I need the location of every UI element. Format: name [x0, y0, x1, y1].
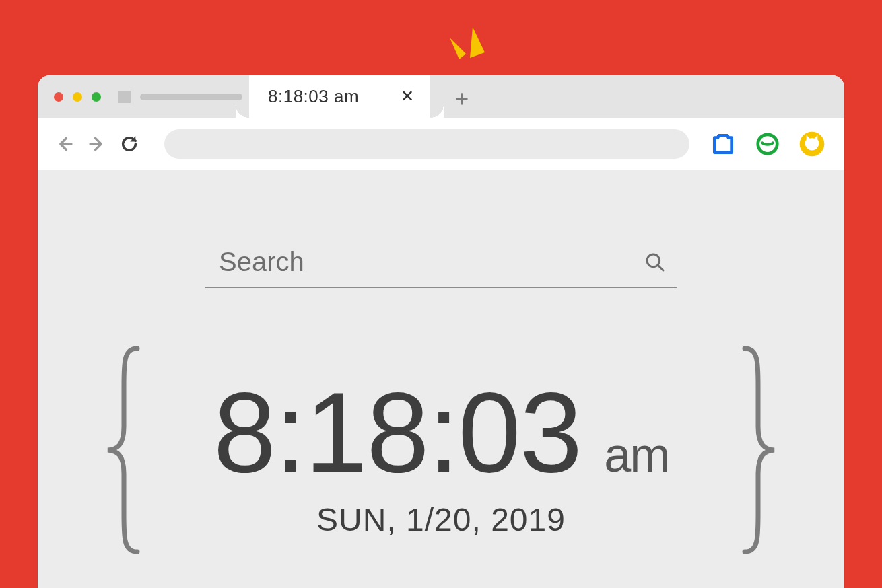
search-field[interactable] — [205, 243, 677, 288]
right-brace-decoration — [738, 346, 777, 554]
browser-window: 8:18:03 am ✕ — [38, 75, 844, 588]
left-brace-decoration — [105, 346, 144, 554]
back-button[interactable] — [53, 132, 77, 156]
svg-marker-1 — [470, 27, 485, 58]
active-tab-title: 8:18:03 am — [268, 86, 359, 107]
date-value: SUN, 1/20, 2019 — [316, 501, 566, 538]
minimize-window-button[interactable] — [73, 92, 82, 102]
clock-module: 8:18:03 am SUN, 1/20, 2019 — [38, 346, 844, 554]
svg-line-6 — [658, 265, 663, 270]
time-value: 8:18:03 — [213, 376, 582, 489]
inactive-tab-favicon — [118, 91, 131, 103]
page-content: 8:18:03 am SUN, 1/20, 2019 — [38, 170, 844, 588]
reload-button[interactable] — [117, 132, 141, 156]
maximize-window-button[interactable] — [92, 92, 101, 102]
extension-cat-icon[interactable] — [799, 131, 825, 157]
window-controls — [54, 92, 101, 102]
clock-inner: 8:18:03 am SUN, 1/20, 2019 — [156, 346, 726, 554]
inactive-tab-title-placeholder — [140, 94, 242, 100]
search-icon[interactable] — [644, 252, 670, 273]
forward-button[interactable] — [85, 132, 109, 156]
address-bar[interactable] — [164, 129, 689, 159]
extension-icons — [710, 131, 825, 157]
svg-marker-0 — [450, 38, 466, 59]
toolbar — [38, 118, 844, 170]
tab-strip: 8:18:03 am ✕ — [38, 75, 844, 118]
time-ampm: am — [604, 427, 669, 482]
sparkle-accent — [450, 26, 493, 66]
time-row: 8:18:03 am — [213, 376, 669, 489]
active-tab[interactable]: 8:18:03 am ✕ — [249, 75, 430, 118]
extension-clock-icon[interactable] — [754, 131, 781, 157]
close-tab-button[interactable]: ✕ — [398, 85, 417, 107]
extension-screenshot-icon[interactable] — [710, 131, 737, 157]
new-tab-button[interactable] — [454, 91, 469, 106]
close-window-button[interactable] — [54, 92, 63, 102]
search-input[interactable] — [219, 247, 644, 277]
